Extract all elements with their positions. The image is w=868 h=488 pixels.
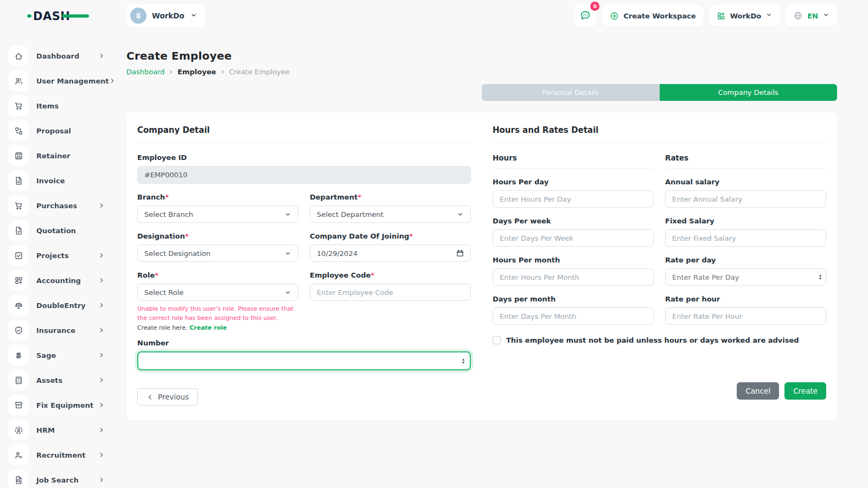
grid-plus-icon [8,270,29,291]
number-spinner[interactable]: ▴▾ [462,358,464,364]
sidebar-item-job-search[interactable]: Job Search [8,470,105,488]
number-input[interactable]: ▴▾ [137,351,471,370]
breadcrumb-separator: › [221,67,224,76]
sidebar-item-user-management[interactable]: User Management [8,70,105,91]
hours-per-month-input[interactable] [493,268,654,286]
employee-code-input[interactable] [310,284,471,301]
no-pay-checkbox[interactable] [493,336,501,344]
topbar: DASH WorkDo 0 Create Workspace [0,0,868,31]
breadcrumb-dashboard-link[interactable]: Dashboard [126,68,165,76]
employee-code-field: Employee Code* [310,271,471,331]
company-detail-heading: Company Detail [137,125,471,143]
tab-company-details[interactable]: Company Details [660,84,838,101]
cart-icon [8,195,29,216]
globe-icon [793,11,803,21]
dash-logo-icon: DASH [27,7,91,24]
department-select[interactable]: Select Department [310,206,471,223]
rate-per-hour-label: Rate per hour [665,295,826,303]
workdo-menu-button[interactable]: WorkDo [709,5,781,27]
days-per-month-label: Days per month [493,295,654,303]
rate-per-day-label: Rate per day [665,256,826,264]
rate-per-day-field: Rate per day ▴▾ [665,256,826,286]
no-pay-checkbox-label: This employee must not be paid unless ho… [506,336,799,344]
create-workspace-label: Create Workspace [623,12,695,20]
role-warning-text: Unable to modify this user's role. Pleas… [137,305,298,323]
required-asterisk: * [371,271,374,279]
branch-select[interactable]: Select Branch [137,206,298,223]
sidebar-item-quotation[interactable]: Quotation [8,220,105,241]
rate-per-day-input[interactable]: ▴▾ [665,268,826,286]
hours-rates-heading: Hours and Rates Detail [493,125,826,143]
shield-check-icon [8,320,29,341]
sidebar-item-hrm[interactable]: HRM [8,420,105,440]
sidebar: Dashboard User Management Items Proposal… [0,31,114,488]
language-selector[interactable]: EN [786,5,837,27]
calculator-icon [8,370,29,390]
workspace-selector[interactable]: WorkDo [126,4,205,28]
rate-per-day-spinner[interactable]: ▴▾ [819,274,821,280]
chevron-right-icon [98,352,105,358]
chevron-right-icon [98,452,105,458]
number-label: Number [137,339,471,347]
chevron-down-icon [765,11,773,20]
sidebar-item-purchases[interactable]: Purchases [8,195,105,216]
required-asterisk: * [155,271,158,279]
company-detail-section: Company Detail Employee ID #EMP00010 Bra… [126,112,482,421]
role-select[interactable]: Select Role [137,284,298,301]
chevron-right-icon [98,377,105,383]
chevron-right-icon [98,427,105,433]
chevron-right-icon [98,477,105,483]
previous-button[interactable]: Previous [137,388,198,406]
sidebar-item-insurance[interactable]: Insurance [8,320,105,341]
joining-date-input[interactable]: 10/29/2024 [310,245,471,262]
required-asterisk: * [165,193,169,201]
days-per-month-input[interactable] [493,307,654,325]
cancel-button[interactable]: Cancel [737,382,779,400]
sidebar-item-items[interactable]: Items [8,95,105,116]
hours-rates-section: Hours and Rates Detail Hours Hours Per d… [482,112,837,421]
required-asterisk: * [358,193,361,201]
designation-field: Designation* Select Designation [137,232,298,262]
home-icon [8,46,29,66]
sidebar-item-proposal[interactable]: Proposal [8,120,105,141]
user-plus-icon [8,445,29,465]
create-button[interactable]: Create [784,382,826,400]
sidebar-item-assets[interactable]: Assets [8,370,105,390]
fixed-salary-field: Fixed Salary [665,217,826,247]
create-workspace-button[interactable]: Create Workspace [602,5,703,27]
sidebar-item-projects[interactable]: Projects [8,245,105,266]
page-title: Create Employee [126,49,837,62]
messages-button[interactable]: 0 [574,4,597,27]
rates-column: Rates Annual salary Fixed Salary Rate pe… [665,153,826,334]
users-icon [8,70,29,91]
hours-per-day-input[interactable] [493,190,654,208]
days-per-week-input[interactable] [493,229,654,247]
chevron-down-icon [284,289,291,296]
annual-salary-input[interactable] [665,190,826,208]
sidebar-item-sage[interactable]: S Sage [8,345,105,365]
messages-badge: 0 [590,2,599,11]
checkbox-icon [8,245,29,266]
main-content: Create Employee Dashboard › Employee › C… [114,31,868,421]
department-label: Department [310,193,358,201]
sidebar-item-doubleentry[interactable]: DoubleEntry [8,295,105,316]
chevron-right-icon [98,252,105,259]
joining-date-label: Company Date Of Joining [310,232,409,240]
sidebar-item-retainer[interactable]: Retainer [8,145,105,166]
tab-personal-details[interactable]: Personal Details [482,84,660,101]
chevron-right-icon [98,302,105,309]
fixed-salary-input[interactable] [665,229,826,247]
sidebar-item-recruitment[interactable]: Recruitment [8,445,105,465]
designation-select[interactable]: Select Designation [137,245,298,262]
chevron-right-icon [98,327,105,333]
sidebar-item-accounting[interactable]: Accounting [8,270,105,291]
rate-per-hour-input[interactable] [665,307,826,325]
rates-subheading: Rates [665,153,826,169]
sidebar-item-dashboard[interactable]: Dashboard [8,46,105,66]
annual-salary-label: Annual salary [665,178,826,186]
sidebar-item-fix-equipment[interactable]: Fix Equipment [8,395,105,415]
breadcrumb-separator: › [170,67,173,76]
sidebar-item-invoice[interactable]: Invoice [8,170,105,191]
employee-id-label: Employee ID [137,153,471,162]
create-role-link[interactable]: Create role [189,324,227,331]
